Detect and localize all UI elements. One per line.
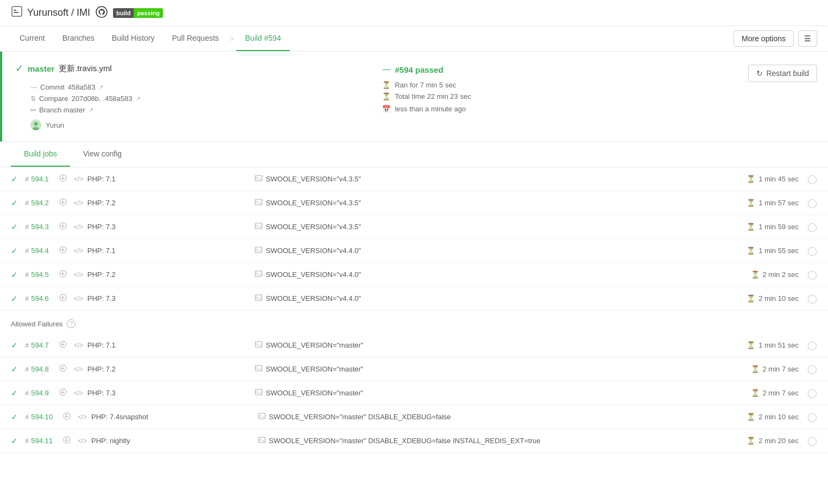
nav-active-build[interactable]: Build #594: [236, 26, 290, 51]
job-row: ✓ # 594.1 </> PHP: 7.1 SWOOLE_VERSION="v…: [0, 167, 828, 191]
svg-rect-11: [255, 223, 262, 229]
env-icon: [258, 436, 266, 445]
build-title-row: ✓ master 更新.travis.yml: [15, 62, 382, 74]
nav-branches[interactable]: Branches: [54, 26, 103, 51]
jobs-section: ✓ # 594.1 </> PHP: 7.1 SWOOLE_VERSION="v…: [0, 167, 828, 311]
job-php: </> PHP: 7.1: [74, 247, 255, 255]
commit-link[interactable]: 458a583: [68, 83, 96, 91]
job-os-icon: [58, 269, 68, 280]
job-hash: #: [25, 270, 29, 279]
tab-build-jobs[interactable]: Build jobs: [11, 142, 70, 167]
svg-rect-1: [14, 10, 16, 11]
job-row: ✓ # 594.6 </> PHP: 7.3 SWOOLE_VERSION="v…: [0, 287, 828, 311]
job-number[interactable]: 594.10: [31, 413, 53, 421]
php-icon: </>: [74, 295, 83, 303]
job-action-button[interactable]: ◯: [807, 340, 817, 350]
job-action-button[interactable]: ◯: [807, 436, 817, 446]
job-action-button[interactable]: ◯: [807, 293, 817, 304]
job-env: SWOOLE_VERSION="v4.3.5": [255, 174, 617, 184]
nav-build-history[interactable]: Build History: [103, 26, 164, 51]
repo-title: Yurunsoft / IMI: [27, 7, 90, 18]
nav-pull-requests[interactable]: Pull Requests: [163, 26, 227, 51]
job-check-icon: ✓: [11, 174, 21, 184]
job-number[interactable]: 594.2: [31, 199, 49, 207]
env-icon: [255, 198, 262, 207]
job-action-button[interactable]: ◯: [807, 245, 817, 256]
job-action-button[interactable]: ◯: [807, 174, 817, 184]
nav-current[interactable]: Current: [11, 26, 54, 51]
job-number[interactable]: 594.7: [31, 341, 49, 349]
job-action-button[interactable]: ◯: [807, 222, 817, 232]
tab-view-config[interactable]: View config: [70, 142, 135, 167]
user-row: Yurun: [15, 119, 382, 130]
job-php: </> PHP: 7.1: [74, 341, 255, 349]
job-number[interactable]: 594.8: [31, 365, 49, 373]
nav-bar: Current Branches Build History Pull Requ…: [0, 26, 828, 52]
build-commit-msg: 更新.travis.yml: [59, 64, 112, 74]
job-number[interactable]: 594.1: [31, 175, 49, 183]
timestamp-row: 📅 less than a minute ago: [382, 105, 749, 113]
help-icon[interactable]: ?: [67, 319, 76, 328]
php-icon: </>: [74, 175, 83, 183]
svg-rect-19: [255, 342, 262, 347]
php-icon: </>: [74, 271, 83, 279]
job-hash: #: [25, 365, 29, 373]
job-php: </> PHP: 7.3: [74, 294, 255, 303]
job-row: ✓ # 594.3 </> PHP: 7.3 SWOOLE_VERSION="v…: [0, 215, 828, 239]
job-os-icon: [58, 388, 68, 398]
svg-point-5: [34, 122, 38, 126]
svg-rect-2: [14, 12, 18, 13]
job-number[interactable]: 594.9: [31, 389, 49, 397]
build-info-left: ✓ master 更新.travis.yml ⸻ Commit 458a583 …: [15, 62, 382, 130]
job-row: ✓ # 594.5 </> PHP: 7.2 SWOOLE_VERSION="v…: [0, 263, 828, 287]
nav-separator: >: [228, 27, 236, 51]
timestamp-text: less than a minute ago: [395, 105, 466, 113]
restart-icon: ↻: [756, 69, 763, 78]
job-row: ✓ # 594.4 </> PHP: 7.1 SWOOLE_VERSION="v…: [0, 239, 828, 263]
job-number[interactable]: 594.4: [31, 247, 49, 255]
branch-icon: ⚯: [30, 106, 36, 114]
compare-link[interactable]: 207d08b. .458a583: [71, 94, 132, 103]
job-number[interactable]: 594.3: [31, 223, 49, 231]
job-check-icon: ✓: [11, 198, 21, 208]
job-number[interactable]: 594.11: [31, 437, 53, 445]
job-time: ⏳ 2 min 20 sec: [618, 437, 799, 445]
more-options-button[interactable]: More options: [733, 30, 794, 47]
job-action-button[interactable]: ◯: [807, 388, 817, 398]
github-icon: [96, 6, 108, 20]
job-check-icon: ✓: [11, 388, 21, 398]
allowed-failures-section: ✓ # 594.7 </> PHP: 7.1 SWOOLE_VERSION="m…: [0, 333, 828, 453]
job-action-button[interactable]: ◯: [807, 412, 817, 422]
job-time: ⏳ 1 min 45 sec: [617, 175, 799, 183]
job-php: </> PHP: 7.3: [74, 223, 255, 231]
php-icon: </>: [74, 223, 83, 231]
job-action-button[interactable]: ◯: [807, 198, 817, 208]
job-check-icon: ✓: [11, 412, 21, 422]
job-number[interactable]: 594.6: [31, 294, 49, 303]
job-action-button[interactable]: ◯: [807, 364, 817, 374]
php-icon: </>: [74, 247, 83, 255]
env-icon: [255, 246, 262, 255]
allowed-failures-label: Allowed Failures: [11, 320, 62, 328]
restart-build-button[interactable]: ↻ Restart build: [748, 65, 817, 82]
job-action-button[interactable]: ◯: [807, 269, 817, 280]
job-time: ⏳ 2 min 10 sec: [617, 294, 799, 303]
svg-rect-21: [255, 366, 262, 371]
job-env: SWOOLE_VERSION="v4.3.5": [255, 222, 617, 231]
branch-link[interactable]: Branch master: [39, 106, 85, 114]
job-hash: #: [25, 341, 29, 349]
job-row: ✓ # 594.10 </> PHP: 7.4snapshot SWOOLE_V…: [0, 405, 828, 429]
env-icon: [255, 222, 262, 231]
hamburger-button[interactable]: ☰: [798, 30, 817, 47]
php-icon: </>: [74, 366, 83, 373]
time-clock-icon: ⏳: [747, 294, 755, 303]
job-os-icon: [58, 245, 68, 256]
job-number[interactable]: 594.5: [31, 270, 49, 279]
top-header: Yurunsoft / IMI build passing: [0, 0, 828, 26]
calendar-icon: 📅: [382, 105, 391, 113]
branch-row: ⚯ Branch master ↗: [15, 106, 382, 114]
compare-row: ⇅ Compare 207d08b. .458a583 ↗: [15, 94, 382, 103]
job-hash: #: [25, 389, 29, 397]
job-check-icon: ✓: [11, 270, 21, 280]
svg-point-3: [96, 7, 107, 17]
